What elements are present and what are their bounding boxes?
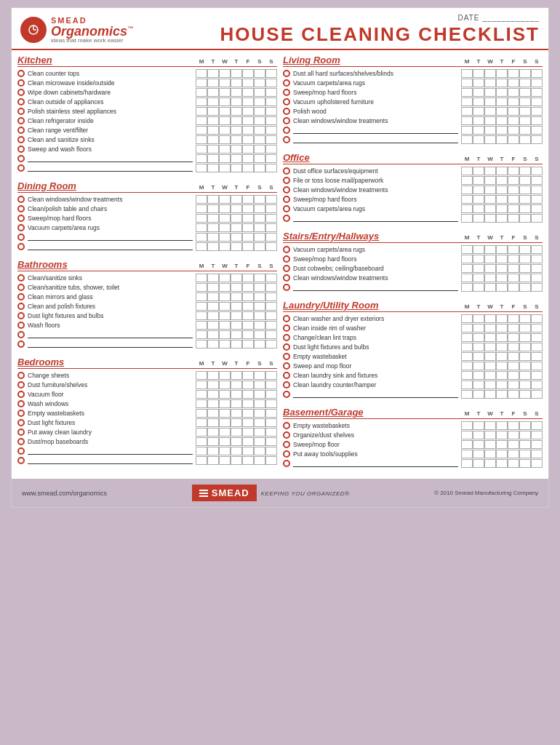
checkbox-icon[interactable] <box>17 98 25 105</box>
checkbox-icon[interactable] <box>17 79 25 87</box>
checkbox-icon[interactable] <box>17 234 25 241</box>
day-boxes <box>461 167 543 175</box>
checkbox-icon[interactable] <box>283 127 290 134</box>
list-item: Vacuum carpets/area rugs <box>283 204 543 213</box>
day-boxes <box>196 330 277 339</box>
checkbox-icon[interactable] <box>17 127 25 134</box>
checkbox-icon[interactable] <box>17 391 25 398</box>
checkbox-icon[interactable] <box>283 196 290 203</box>
checkbox-icon[interactable] <box>283 324 290 332</box>
checkbox-icon[interactable] <box>17 438 25 445</box>
checkbox-icon[interactable] <box>17 340 25 348</box>
blank-line <box>17 242 277 251</box>
checkbox-icon[interactable] <box>17 108 25 115</box>
checkbox-icon[interactable] <box>283 343 290 351</box>
checkbox-icon[interactable] <box>17 400 25 407</box>
list-item: Change/clean lint traps <box>283 333 543 342</box>
checkbox-icon[interactable] <box>17 284 25 291</box>
checkbox-icon[interactable] <box>283 136 290 143</box>
checkbox-icon[interactable] <box>17 164 25 172</box>
checkbox-icon[interactable] <box>283 441 290 448</box>
checkbox-icon[interactable] <box>283 381 290 389</box>
checkbox-icon[interactable] <box>283 284 290 291</box>
blank-line <box>17 164 277 172</box>
checkbox-icon[interactable] <box>17 215 25 222</box>
checkbox-icon[interactable] <box>283 70 290 77</box>
checkbox-icon[interactable] <box>17 274 25 282</box>
checkbox-icon[interactable] <box>17 89 25 96</box>
checkbox-icon[interactable] <box>283 353 290 360</box>
living-room-header: Living Room MTWTFSS <box>283 55 543 67</box>
checkbox-icon[interactable] <box>283 186 290 194</box>
checkbox-icon[interactable] <box>283 167 290 175</box>
checkbox-icon[interactable] <box>283 79 290 87</box>
checkbox-icon[interactable] <box>17 381 25 389</box>
checkbox-icon[interactable] <box>17 457 25 464</box>
checkbox-icon[interactable] <box>17 224 25 231</box>
checkbox-icon[interactable] <box>283 391 290 398</box>
checkbox-icon[interactable] <box>283 315 290 322</box>
day-boxes <box>461 343 543 351</box>
checkbox-icon[interactable] <box>283 334 290 341</box>
day-boxes <box>196 233 277 242</box>
checkbox-icon[interactable] <box>283 215 290 222</box>
day-boxes <box>461 245 543 254</box>
checkbox-icon[interactable] <box>283 362 290 370</box>
checkbox-icon[interactable] <box>17 410 25 417</box>
checkbox-icon[interactable] <box>283 450 290 458</box>
checkbox-icon[interactable] <box>17 196 25 203</box>
list-item: Clean/sanitize sinks <box>17 274 277 282</box>
checkbox-icon[interactable] <box>17 243 25 250</box>
day-boxes <box>461 352 543 361</box>
day-boxes <box>196 292 277 301</box>
checkbox-icon[interactable] <box>283 205 290 212</box>
checkbox-icon[interactable] <box>283 274 290 282</box>
list-item: Clean laundry counter/hamper <box>283 381 543 389</box>
kitchen-title: Kitchen <box>17 55 52 65</box>
section-living-room: Living Room MTWTFSS Dust all hard surfac… <box>283 55 543 145</box>
checkbox-icon[interactable] <box>283 255 290 263</box>
checkbox-icon[interactable] <box>17 312 25 319</box>
list-item: Sweep/mop hard floors <box>283 88 543 97</box>
stairs-header: Stairs/Entry/Hallways MTWTFSS <box>283 231 543 243</box>
checkbox-icon[interactable] <box>17 293 25 300</box>
checkbox-icon[interactable] <box>283 246 290 253</box>
checkbox-icon[interactable] <box>17 146 25 153</box>
checkbox-icon[interactable] <box>17 331 25 338</box>
checkbox-icon[interactable] <box>283 422 290 429</box>
checkbox-icon[interactable] <box>17 419 25 426</box>
checkbox-icon[interactable] <box>283 177 290 184</box>
day-boxes <box>196 437 277 446</box>
day-boxes <box>461 390 543 399</box>
day-boxes <box>461 459 543 468</box>
checkbox-icon[interactable] <box>17 429 25 436</box>
checkbox-icon[interactable] <box>17 117 25 124</box>
day-boxes <box>461 97 543 106</box>
list-item: Clean/sanitize tubs, shower, toilet <box>17 283 277 292</box>
checkbox-icon[interactable] <box>283 460 290 467</box>
checkbox-icon[interactable] <box>283 265 290 272</box>
checkbox-icon[interactable] <box>283 108 290 115</box>
checkbox-icon[interactable] <box>17 70 25 77</box>
checkbox-icon[interactable] <box>283 98 290 105</box>
checkbox-icon[interactable] <box>17 372 25 379</box>
checkbox-icon[interactable] <box>17 322 25 329</box>
stairs-title: Stairs/Entry/Hallways <box>283 231 379 242</box>
checkbox-icon[interactable] <box>283 372 290 379</box>
checkbox-icon[interactable] <box>17 136 25 143</box>
checkbox-icon[interactable] <box>17 447 25 455</box>
checkbox-icon[interactable] <box>17 155 25 162</box>
day-boxes <box>461 333 543 342</box>
kitchen-day-headers: MTWTFSS <box>196 58 277 65</box>
smead-badge: SMEAD <box>192 485 257 501</box>
checkbox-icon[interactable] <box>283 117 290 124</box>
list-item: Sweep/mop floor <box>283 440 543 449</box>
day-boxes <box>461 324 543 332</box>
page: SMEAD Organomics™ ideas that make work e… <box>11 7 549 508</box>
checkbox-icon[interactable] <box>17 303 25 310</box>
day-boxes <box>196 79 277 87</box>
checkbox-icon[interactable] <box>17 205 25 212</box>
checkbox-icon[interactable] <box>283 89 290 96</box>
checkbox-icon[interactable] <box>283 431 290 439</box>
blank-line <box>17 233 277 242</box>
